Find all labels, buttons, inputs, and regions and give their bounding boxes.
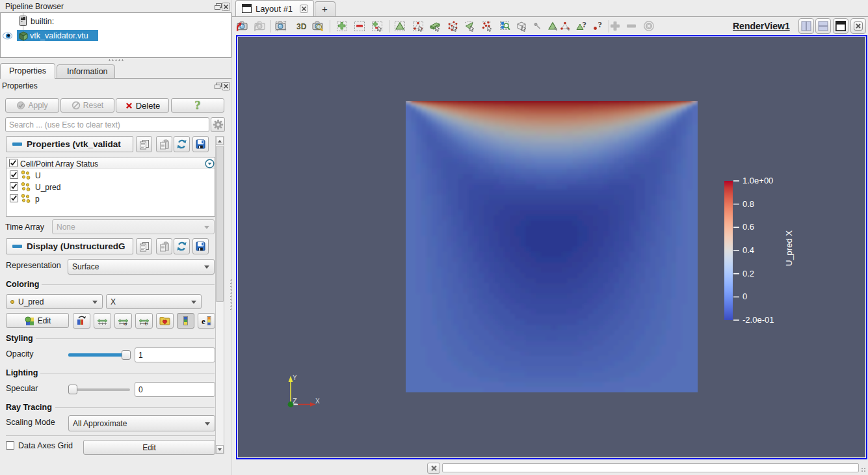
svg-text:e: e [202,316,205,326]
svg-text:X: X [315,398,320,405]
svg-text:Y: Y [293,374,297,381]
svg-text:c: c [124,321,127,326]
svg-text:t: t [145,321,147,326]
svg-text:?: ? [598,20,603,29]
svg-text:Z: Z [293,397,297,405]
svg-text:?: ? [583,20,587,29]
svg-text:3D: 3D [296,22,307,31]
